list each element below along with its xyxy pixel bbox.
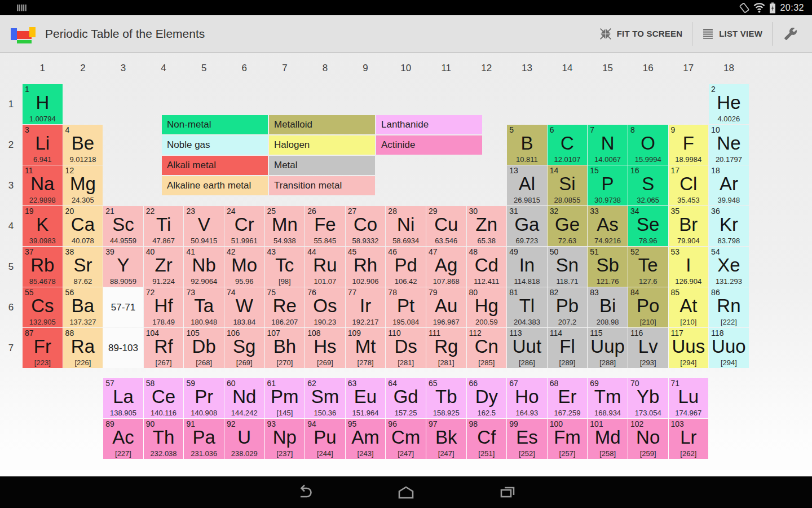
element-cell-Sm[interactable]: 62Sm150.36 (305, 378, 345, 418)
element-cell-Np[interactable]: 93Np[237] (265, 419, 305, 459)
legend-actinide[interactable]: Actinide (376, 135, 482, 155)
element-cell-Pm[interactable]: 61Pm[145] (265, 378, 305, 418)
settings-button[interactable] (773, 15, 812, 52)
element-cell-Os[interactable]: 76Os190.23 (305, 287, 345, 327)
element-cell-Ti[interactable]: 22Ti47.867 (144, 206, 184, 246)
element-cell-V[interactable]: 23V50.9415 (184, 206, 224, 246)
element-cell-Hs[interactable]: 108Hs[269] (305, 328, 345, 368)
element-cell-Fr[interactable]: 87Fr[223] (23, 328, 63, 368)
element-cell-Si[interactable]: 14Si28.0855 (548, 165, 588, 205)
legend-alkali-metal[interactable]: Alkali metal (162, 156, 268, 175)
element-cell-Rg[interactable]: 111Rg[281] (426, 328, 466, 368)
element-cell-Ne[interactable]: 10Ne20.1797 (709, 125, 749, 165)
back-button[interactable] (285, 476, 324, 507)
element-cell-Ra[interactable]: 88Ra[226] (63, 328, 103, 368)
element-cell-Pa[interactable]: 91Pa231.036 (184, 419, 224, 459)
element-cell-B[interactable]: 5B10.811 (507, 125, 547, 165)
fit-to-screen-button[interactable]: FIT TO SCREEN (590, 15, 692, 52)
element-cell-Xe[interactable]: 54Xe131.293 (709, 247, 749, 287)
list-view-button[interactable]: LIST VIEW (692, 15, 772, 52)
element-cell-Mt[interactable]: 109Mt[278] (346, 328, 386, 368)
element-cell-F[interactable]: 9F18.9984 (669, 125, 709, 165)
element-cell-Nb[interactable]: 41Nb92.9064 (184, 247, 224, 287)
element-cell-Re[interactable]: 75Re186.207 (265, 287, 305, 327)
element-cell-Cl[interactable]: 17Cl35.453 (669, 165, 709, 205)
element-cell-Zr[interactable]: 40Zr91.224 (144, 247, 184, 287)
element-cell-Nd[interactable]: 60Nd144.242 (224, 378, 264, 418)
element-cell-Rn[interactable]: 86Rn[222] (709, 287, 749, 327)
element-cell-Al[interactable]: 13Al26.9815 (507, 165, 547, 205)
element-cell-O[interactable]: 8O15.9994 (628, 125, 668, 165)
element-cell-Cn[interactable]: 112Cn[285] (467, 328, 507, 368)
element-cell-Mg[interactable]: 12Mg24.305 (63, 165, 103, 205)
element-cell-Hf[interactable]: 72Hf178.49 (144, 287, 184, 327)
element-cell-Ta[interactable]: 73Ta180.948 (184, 287, 224, 327)
element-cell-No[interactable]: 102No[259] (628, 419, 668, 459)
element-cell-Lr[interactable]: 103Lr[262] (669, 419, 709, 459)
element-cell-Yb[interactable]: 70Yb173.054 (628, 378, 668, 418)
element-cell-Uup[interactable]: 115Uup[288] (588, 328, 628, 368)
element-cell-Bk[interactable]: 97Bk[247] (426, 419, 466, 459)
legend-transition-metal[interactable]: Transition metal (269, 176, 375, 195)
legend-non-metal[interactable]: Non-metal (162, 115, 268, 134)
element-cell-Be[interactable]: 4Be9.01218 (63, 125, 103, 165)
element-cell-Ce[interactable]: 58Ce140.116 (144, 378, 184, 418)
element-cell-Cd[interactable]: 48Cd112.411 (467, 247, 507, 287)
element-cell-Rh[interactable]: 45Rh102.906 (346, 247, 386, 287)
element-cell-Tc[interactable]: 43Tc[98] (265, 247, 305, 287)
element-cell-Pr[interactable]: 59Pr140.908 (184, 378, 224, 418)
element-cell-Tl[interactable]: 81Tl204.383 (507, 287, 547, 327)
element-cell-Md[interactable]: 101Md[258] (588, 419, 628, 459)
element-cell-Ni[interactable]: 28Ni58.6934 (386, 206, 426, 246)
element-cell-Th[interactable]: 90Th232.038 (144, 419, 184, 459)
element-cell-Tb[interactable]: 65Tb158.925 (426, 378, 466, 418)
element-cell-U[interactable]: 92U238.029 (224, 419, 264, 459)
element-cell-Ba[interactable]: 56Ba137.327 (63, 287, 103, 327)
element-cell-Dy[interactable]: 66Dy162.5 (467, 378, 507, 418)
element-cell-Bi[interactable]: 83Bi208.98 (588, 287, 628, 327)
element-cell-Fe[interactable]: 26Fe55.845 (305, 206, 345, 246)
legend-lanthanide[interactable]: Lanthanide (376, 115, 482, 134)
element-cell-He[interactable]: 2He4.0026 (709, 84, 749, 124)
element-cell-Fm[interactable]: 100Fm[257] (548, 419, 588, 459)
element-cell-Uus[interactable]: 117Uus[294] (669, 328, 709, 368)
element-cell-P[interactable]: 15P30.9738 (588, 165, 628, 205)
element-cell-Es[interactable]: 99Es[252] (507, 419, 547, 459)
placeholder-57-71[interactable]: 57-71 (103, 287, 143, 327)
element-cell-H[interactable]: 1H1.00794 (23, 84, 63, 124)
element-cell-Pu[interactable]: 94Pu[244] (305, 419, 345, 459)
element-cell-Sc[interactable]: 21Sc44.9559 (103, 206, 143, 246)
element-cell-Cf[interactable]: 98Cf[251] (467, 419, 507, 459)
element-cell-S[interactable]: 16S32.065 (628, 165, 668, 205)
element-cell-Ge[interactable]: 32Ge72.63 (548, 206, 588, 246)
element-cell-Uut[interactable]: 113Uut[286] (507, 328, 547, 368)
legend-metal[interactable]: Metal (269, 156, 375, 175)
element-cell-Pt[interactable]: 78Pt195.084 (386, 287, 426, 327)
element-cell-At[interactable]: 85At[210] (669, 287, 709, 327)
element-cell-Br[interactable]: 35Br79.904 (669, 206, 709, 246)
element-cell-Lu[interactable]: 71Lu174.967 (669, 378, 709, 418)
element-cell-W[interactable]: 74W183.84 (224, 287, 264, 327)
element-cell-Po[interactable]: 84Po[210] (628, 287, 668, 327)
element-cell-Rb[interactable]: 37Rb85.4678 (23, 247, 63, 287)
legend-metalloid[interactable]: Metalloid (269, 115, 375, 134)
element-cell-Na[interactable]: 11Na22.9898 (23, 165, 63, 205)
element-cell-Ca[interactable]: 20Ca40.078 (63, 206, 103, 246)
element-cell-Kr[interactable]: 36Kr83.798 (709, 206, 749, 246)
element-cell-Lv[interactable]: 116Lv[293] (628, 328, 668, 368)
element-cell-Co[interactable]: 27Co58.9332 (346, 206, 386, 246)
element-cell-Pd[interactable]: 46Pd106.42 (386, 247, 426, 287)
element-cell-Ru[interactable]: 44Ru101.07 (305, 247, 345, 287)
element-cell-Cm[interactable]: 96Cm[247] (386, 419, 426, 459)
legend-alkaline-earth-metal[interactable]: Alkaline earth metal (162, 176, 268, 195)
legend-noble-gas[interactable]: Noble gas (162, 135, 268, 155)
element-cell-As[interactable]: 33As74.9216 (588, 206, 628, 246)
element-cell-Ac[interactable]: 89Ac[227] (103, 419, 143, 459)
element-cell-Li[interactable]: 3Li6.941 (23, 125, 63, 165)
element-cell-Hg[interactable]: 80Hg200.59 (467, 287, 507, 327)
element-cell-Uuo[interactable]: 118Uuo[294] (709, 328, 749, 368)
element-cell-Fl[interactable]: 114Fl[289] (548, 328, 588, 368)
element-cell-La[interactable]: 57La138.905 (103, 378, 143, 418)
recents-button[interactable] (488, 476, 527, 507)
element-cell-Ds[interactable]: 110Ds[281] (386, 328, 426, 368)
